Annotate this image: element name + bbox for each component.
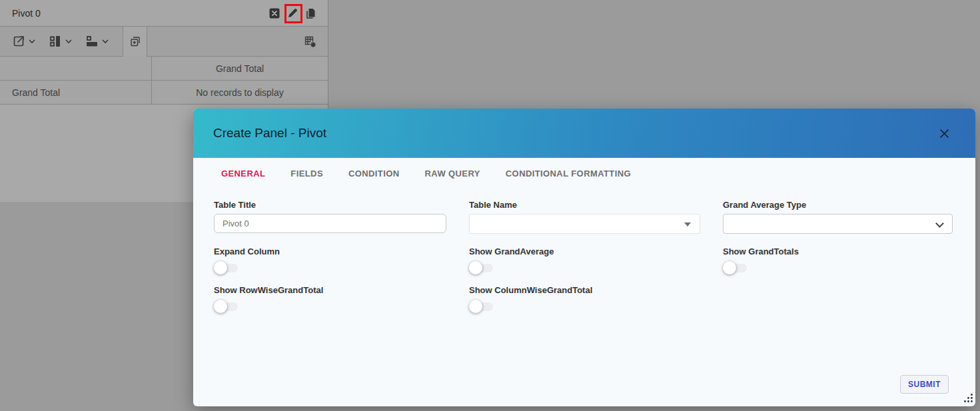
select-chevron-icon xyxy=(935,219,944,228)
show-grandaverage-label: Show GrandAverage xyxy=(469,246,700,256)
dropdown-caret-icon xyxy=(684,222,691,226)
dialog-title: Create Panel - Pivot xyxy=(213,126,935,141)
tab-conditional-formatting[interactable]: CONDITIONAL FORMATTING xyxy=(493,158,644,189)
table-name-label: Table Name xyxy=(469,200,700,210)
switch-thumb xyxy=(214,261,227,274)
switch-thumb xyxy=(214,300,227,313)
show-rowwise-grandtotal-switch[interactable] xyxy=(214,300,241,314)
expand-column-label: Expand Column xyxy=(214,246,446,256)
submit-button[interactable]: SUBMIT xyxy=(900,375,949,394)
tab-general[interactable]: GENERAL xyxy=(209,158,278,189)
dialog-tabbar: GENERAL FIELDS CONDITION RAW QUERY CONDI… xyxy=(193,158,975,189)
switch-thumb xyxy=(469,261,482,274)
table-title-label: Table Title xyxy=(214,200,446,210)
close-dialog-icon[interactable] xyxy=(935,125,953,142)
show-rowwise-grandtotal-label: Show RowWiseGrandTotal xyxy=(214,285,446,295)
show-grandtotals-switch[interactable] xyxy=(723,261,749,275)
table-name-dropdown[interactable] xyxy=(469,214,700,234)
dialog-header: Create Panel - Pivot xyxy=(193,109,975,158)
dialog-footer: SUBMIT xyxy=(900,375,949,394)
table-title-input[interactable] xyxy=(214,214,446,233)
table-name-group: Table Name xyxy=(469,200,700,234)
expand-column-switch[interactable] xyxy=(214,261,241,275)
create-panel-dialog: Create Panel - Pivot GENERAL FIELDS COND… xyxy=(193,109,975,406)
expand-column-toggle-group: Expand Column xyxy=(214,246,446,275)
switch-thumb xyxy=(723,261,736,274)
grand-average-type-select[interactable] xyxy=(723,214,953,234)
tab-raw-query[interactable]: RAW QUERY xyxy=(412,158,493,189)
show-columnwise-grandtotal-switch[interactable] xyxy=(469,300,496,314)
tab-fields[interactable]: FIELDS xyxy=(278,158,336,189)
tab-condition[interactable]: CONDITION xyxy=(336,158,412,189)
table-title-group: Table Title xyxy=(214,200,446,234)
grand-average-type-group: Grand Average Type xyxy=(723,200,953,234)
resize-grip[interactable] xyxy=(963,393,973,406)
show-grandaverage-toggle-group: Show GrandAverage xyxy=(469,246,700,275)
switch-thumb xyxy=(469,300,482,313)
grand-average-type-label: Grand Average Type xyxy=(723,200,953,210)
show-columnwise-grandtotal-toggle-group: Show ColumnWiseGrandTotal xyxy=(469,285,700,314)
show-rowwise-grandtotal-toggle-group: Show RowWiseGrandTotal xyxy=(214,285,446,314)
show-grandtotals-label: Show GrandTotals xyxy=(723,246,953,256)
dialog-body: Table Title Table Name Grand Average Typ… xyxy=(193,189,975,406)
show-grandaverage-switch[interactable] xyxy=(469,261,496,275)
show-columnwise-grandtotal-label: Show ColumnWiseGrandTotal xyxy=(469,285,700,295)
show-grandtotals-toggle-group: Show GrandTotals xyxy=(723,246,953,275)
